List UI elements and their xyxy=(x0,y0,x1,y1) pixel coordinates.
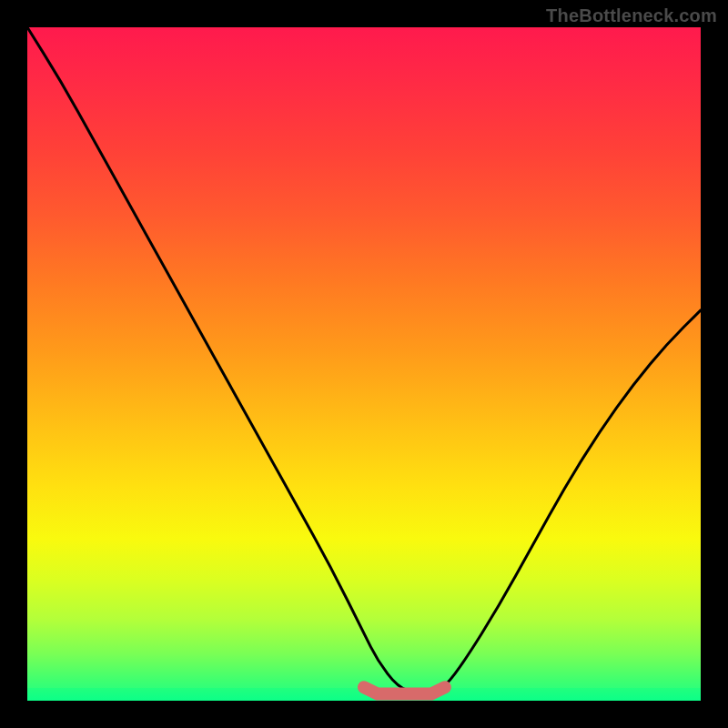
chart-frame: TheBottleneck.com xyxy=(0,0,728,728)
valley-marker xyxy=(364,687,445,693)
curve-svg xyxy=(27,27,701,701)
plot-area xyxy=(27,27,701,701)
bottleneck-curve xyxy=(27,27,701,694)
watermark-text: TheBottleneck.com xyxy=(546,5,717,26)
